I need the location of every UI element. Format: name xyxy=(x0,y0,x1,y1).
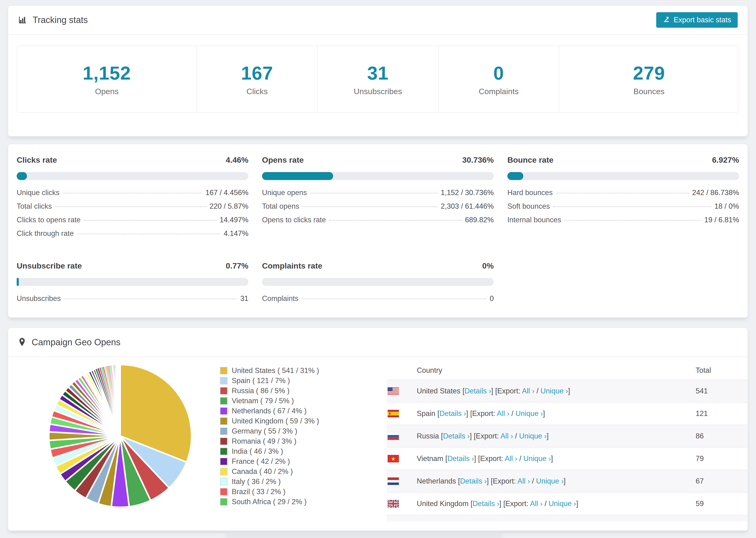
legend-label: Russia ( 86 / 5% ) xyxy=(232,387,290,395)
rate-detail-label: Unique opens xyxy=(262,188,307,197)
rate-progress-bar xyxy=(507,172,739,180)
export-all-link[interactable]: All › xyxy=(517,477,530,485)
legend-label: South Africa ( 29 / 2% ) xyxy=(232,498,307,506)
dotted-leader xyxy=(63,193,202,193)
details-link[interactable]: Details › xyxy=(464,387,491,395)
details-link[interactable]: Details › xyxy=(473,500,499,508)
rate-detail-rows: Complaints 0 xyxy=(262,295,494,308)
rate-detail-label: Complaints xyxy=(262,295,298,303)
rate-detail-row: Click through rate 4.147% xyxy=(17,229,248,243)
pie-slice-other-43 xyxy=(120,364,120,436)
rate-detail-rows: Hard bounces 242 / 86.738% Soft bounces … xyxy=(507,188,739,229)
flag-ru-icon xyxy=(388,432,399,440)
geo-header: Campaign Geo Opens xyxy=(8,328,747,357)
export-unique-link[interactable]: Unique › xyxy=(523,455,551,463)
geo-table-row-vietnam: Vietnam [Details ›] [Export: All › / Uni… xyxy=(387,447,748,470)
export-all-link[interactable]: All › xyxy=(522,387,534,395)
rate-title: Clicks rate xyxy=(17,155,57,165)
rate-detail-label: Total opens xyxy=(262,202,299,211)
dotted-leader xyxy=(64,298,237,299)
rate-value: 4.46% xyxy=(226,155,248,165)
campaign-geo-opens-card: Campaign Geo Opens United States ( 541 /… xyxy=(8,327,748,531)
dotted-leader xyxy=(77,234,220,234)
export-all-link[interactable]: All › xyxy=(501,432,513,440)
rate-detail-label: Internal bounces xyxy=(507,216,561,224)
rate-title: Unsubscribe rate xyxy=(17,261,82,270)
flag-vn-icon xyxy=(388,455,399,463)
geo-table-row-united-states: United States [Details ›] [Export: All ›… xyxy=(387,380,748,402)
rate-detail-value: 689.82% xyxy=(465,216,494,224)
rate-detail-label: Opens to clicks rate xyxy=(262,216,326,224)
legend-swatch xyxy=(220,387,228,395)
export-unique-link[interactable]: Unique › xyxy=(549,500,576,508)
legend-item-brazil: Brazil ( 33 / 2% ) xyxy=(220,487,319,497)
details-link[interactable]: Details › xyxy=(440,409,466,418)
country-cell: United Kingdom [Details ›] [Export: All … xyxy=(417,500,578,508)
bar-chart-icon xyxy=(18,16,27,25)
geo-table-row-netherlands: Netherlands [Details ›] [Export: All › /… xyxy=(387,470,748,492)
country-column-header: Country xyxy=(417,366,442,375)
legend-item-india: India ( 46 / 3% ) xyxy=(220,446,319,456)
total-cell: 541 xyxy=(696,387,708,395)
export-basic-stats-button[interactable]: Export basic stats xyxy=(656,12,738,28)
legend-swatch xyxy=(220,458,228,465)
rates-card: Clicks rate 4.46% Unique clicks 167 / 4.… xyxy=(8,144,748,318)
total-cell: 86 xyxy=(696,432,704,440)
rate-progress-bar xyxy=(262,172,494,180)
legend-swatch xyxy=(220,498,228,506)
rate-detail-value: 31 xyxy=(241,295,248,303)
rate-value: 0.77% xyxy=(226,261,248,270)
geo-table-row-spain: Spain [Details ›] [Export: All › / Uniqu… xyxy=(387,402,748,425)
rate-detail-value: 220 / 5.87% xyxy=(210,202,248,211)
details-link[interactable]: Details › xyxy=(447,455,474,463)
clicks-rate-panel: Clicks rate 4.46% Unique clicks 167 / 4.… xyxy=(17,155,248,243)
rate-detail-row: Clicks to opens rate 14.497% xyxy=(17,216,248,229)
export-unique-link[interactable]: Unique › xyxy=(540,387,568,395)
flag-nl-icon xyxy=(388,477,399,485)
geo-title-text: Campaign Geo Opens xyxy=(32,337,121,348)
export-all-link[interactable]: All › xyxy=(505,455,517,463)
export-unique-link[interactable]: Unique › xyxy=(536,477,564,485)
legend-label: Germany ( 55 / 3% ) xyxy=(232,427,297,435)
export-icon xyxy=(663,16,670,25)
rate-detail-value: 1,152 / 30.736% xyxy=(441,188,494,197)
rate-detail-row: Unsubscribes 31 xyxy=(17,295,248,308)
legend-label: Brazil ( 33 / 2% ) xyxy=(232,488,286,496)
total-cell: 121 xyxy=(696,409,708,418)
rate-title: Complaints rate xyxy=(262,261,322,270)
stat-value: 0 xyxy=(493,62,504,84)
rates-grid: Clicks rate 4.46% Unique clicks 167 / 4.… xyxy=(17,155,739,308)
rate-detail-label: Clicks to opens rate xyxy=(17,216,81,224)
summary-stats-row: 1,152Opens167Clicks31Unsubscribes0Compla… xyxy=(17,45,739,113)
legend-swatch xyxy=(220,478,228,485)
export-unique-link[interactable]: Unique › xyxy=(519,432,547,440)
dotted-leader xyxy=(303,206,438,207)
legend-label: Canada ( 40 / 2% ) xyxy=(232,467,293,476)
tracking-stats-title-text: Tracking stats xyxy=(33,15,88,25)
stat-value: 1,152 xyxy=(82,62,131,84)
details-link[interactable]: Details › xyxy=(443,432,470,440)
rate-detail-label: Click through rate xyxy=(17,229,74,238)
export-all-link[interactable]: All › xyxy=(530,500,542,508)
export-unique-link[interactable]: Unique › xyxy=(515,409,543,418)
below-fold-element-shadow xyxy=(225,532,503,538)
rate-detail-label: Hard bounces xyxy=(507,188,553,197)
rate-detail-value: 0 xyxy=(490,295,494,303)
country-cell: Vietnam [Details ›] [Export: All › / Uni… xyxy=(417,455,553,463)
rate-detail-value: 14.497% xyxy=(220,216,248,224)
legend-item-romania: Romania ( 49 / 3% ) xyxy=(220,436,319,446)
legend-swatch xyxy=(220,438,228,445)
dotted-leader xyxy=(310,193,437,193)
rate-detail-rows: Unsubscribes 31 xyxy=(17,295,248,308)
rate-title-row: Bounce rate 6.927% xyxy=(507,155,739,165)
rate-detail-row: Hard bounces 242 / 86.738% xyxy=(507,188,739,202)
legend-label: Italy ( 36 / 2% ) xyxy=(232,477,281,486)
legend-swatch xyxy=(220,417,228,425)
legend-swatch xyxy=(220,397,228,405)
details-link[interactable]: Details › xyxy=(460,477,487,485)
rate-detail-value: 242 / 86.738% xyxy=(692,188,739,197)
dotted-leader xyxy=(55,206,206,207)
export-all-link[interactable]: All › xyxy=(497,409,509,418)
rate-detail-label: Unsubscribes xyxy=(17,295,61,303)
legend-label: United States ( 541 / 31% ) xyxy=(232,366,319,375)
